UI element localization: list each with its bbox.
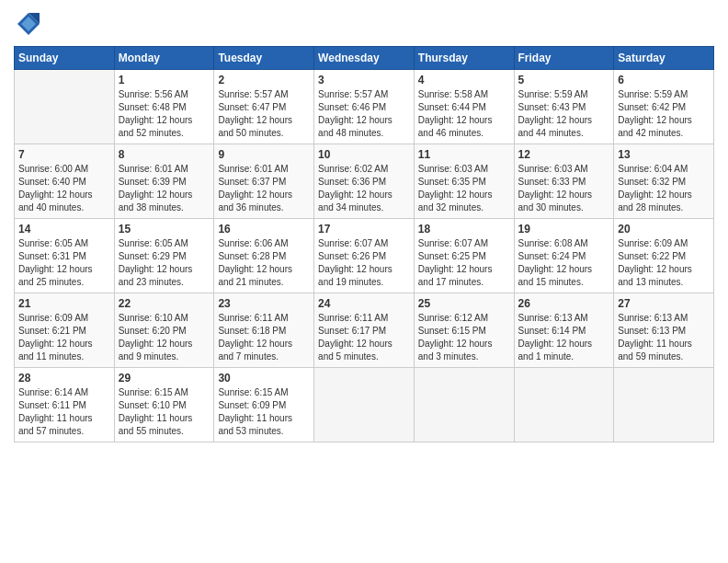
day-number: 15 <box>119 223 210 236</box>
calendar-day-13: 13Sunrise: 6:04 AMSunset: 6:32 PMDayligh… <box>614 144 714 219</box>
calendar-day-26: 26Sunrise: 6:13 AMSunset: 6:14 PMDayligh… <box>514 293 614 368</box>
calendar-day-empty <box>514 368 614 442</box>
calendar-day-28: 28Sunrise: 6:14 AMSunset: 6:11 PMDayligh… <box>15 368 115 442</box>
calendar-day-15: 15Sunrise: 6:05 AMSunset: 6:29 PMDayligh… <box>114 219 214 293</box>
day-info: Sunrise: 6:11 AMSunset: 6:17 PMDaylight:… <box>318 312 410 363</box>
day-number: 29 <box>119 372 210 385</box>
logo <box>14 9 47 39</box>
day-info: Sunrise: 5:56 AMSunset: 6:48 PMDaylight:… <box>119 88 210 140</box>
weekday-header-thursday: Thursday <box>414 47 514 70</box>
header <box>14 9 714 39</box>
day-info: Sunrise: 6:01 AMSunset: 6:37 PMDaylight:… <box>218 163 310 214</box>
day-info: Sunrise: 6:06 AMSunset: 6:28 PMDaylight:… <box>218 237 310 289</box>
day-info: Sunrise: 5:58 AMSunset: 6:44 PMDaylight:… <box>418 88 510 140</box>
day-info: Sunrise: 6:13 AMSunset: 6:13 PMDaylight:… <box>618 312 710 363</box>
day-number: 22 <box>119 297 210 310</box>
day-number: 16 <box>218 223 310 236</box>
day-info: Sunrise: 6:12 AMSunset: 6:15 PMDaylight:… <box>418 312 510 363</box>
day-number: 27 <box>618 297 710 310</box>
day-info: Sunrise: 6:08 AMSunset: 6:24 PMDaylight:… <box>518 237 610 289</box>
calendar-table: SundayMondayTuesdayWednesdayThursdayFrid… <box>14 46 714 442</box>
calendar-day-24: 24Sunrise: 6:11 AMSunset: 6:17 PMDayligh… <box>314 293 415 368</box>
day-info: Sunrise: 5:59 AMSunset: 6:43 PMDaylight:… <box>518 88 610 140</box>
day-info: Sunrise: 6:03 AMSunset: 6:33 PMDaylight:… <box>518 163 610 214</box>
calendar-day-21: 21Sunrise: 6:09 AMSunset: 6:21 PMDayligh… <box>15 293 115 368</box>
calendar-day-4: 4Sunrise: 5:58 AMSunset: 6:44 PMDaylight… <box>414 70 514 144</box>
day-number: 26 <box>518 297 610 310</box>
calendar-day-20: 20Sunrise: 6:09 AMSunset: 6:22 PMDayligh… <box>614 219 714 293</box>
weekday-header-saturday: Saturday <box>614 47 714 70</box>
day-info: Sunrise: 6:07 AMSunset: 6:25 PMDaylight:… <box>418 237 510 289</box>
calendar-week-row: 14Sunrise: 6:05 AMSunset: 6:31 PMDayligh… <box>15 219 714 293</box>
day-info: Sunrise: 6:04 AMSunset: 6:32 PMDaylight:… <box>618 163 710 214</box>
calendar-day-18: 18Sunrise: 6:07 AMSunset: 6:25 PMDayligh… <box>414 219 514 293</box>
calendar-day-empty <box>414 368 514 442</box>
day-number: 19 <box>518 223 610 236</box>
day-number: 6 <box>618 74 710 86</box>
day-number: 25 <box>418 297 510 310</box>
calendar-day-10: 10Sunrise: 6:02 AMSunset: 6:36 PMDayligh… <box>314 144 415 219</box>
day-number: 21 <box>18 297 110 310</box>
calendar-week-row: 28Sunrise: 6:14 AMSunset: 6:11 PMDayligh… <box>15 368 714 442</box>
day-number: 23 <box>218 297 310 310</box>
day-info: Sunrise: 6:11 AMSunset: 6:18 PMDaylight:… <box>218 312 310 363</box>
calendar-day-6: 6Sunrise: 5:59 AMSunset: 6:42 PMDaylight… <box>614 70 714 144</box>
day-info: Sunrise: 6:00 AMSunset: 6:40 PMDaylight:… <box>18 163 110 214</box>
day-number: 12 <box>518 148 610 161</box>
calendar-day-27: 27Sunrise: 6:13 AMSunset: 6:13 PMDayligh… <box>614 293 714 368</box>
calendar-day-12: 12Sunrise: 6:03 AMSunset: 6:33 PMDayligh… <box>514 144 614 219</box>
calendar-day-1: 1Sunrise: 5:56 AMSunset: 6:48 PMDaylight… <box>114 70 214 144</box>
day-number: 4 <box>418 74 510 86</box>
day-info: Sunrise: 6:10 AMSunset: 6:20 PMDaylight:… <box>119 312 210 363</box>
day-info: Sunrise: 6:09 AMSunset: 6:22 PMDaylight:… <box>618 237 710 289</box>
calendar-day-empty <box>614 368 714 442</box>
logo-icon <box>14 9 43 39</box>
day-number: 8 <box>119 148 210 161</box>
day-number: 11 <box>418 148 510 161</box>
calendar-week-row: 21Sunrise: 6:09 AMSunset: 6:21 PMDayligh… <box>15 293 714 368</box>
day-info: Sunrise: 6:07 AMSunset: 6:26 PMDaylight:… <box>318 237 410 289</box>
calendar-day-25: 25Sunrise: 6:12 AMSunset: 6:15 PMDayligh… <box>414 293 514 368</box>
day-number: 9 <box>218 148 310 161</box>
calendar-day-14: 14Sunrise: 6:05 AMSunset: 6:31 PMDayligh… <box>15 219 115 293</box>
weekday-header-friday: Friday <box>514 47 614 70</box>
day-info: Sunrise: 6:15 AMSunset: 6:10 PMDaylight:… <box>119 386 210 438</box>
day-number: 30 <box>218 372 310 385</box>
calendar-day-29: 29Sunrise: 6:15 AMSunset: 6:10 PMDayligh… <box>114 368 214 442</box>
day-info: Sunrise: 6:03 AMSunset: 6:35 PMDaylight:… <box>418 163 510 214</box>
day-number: 2 <box>218 74 310 86</box>
calendar-day-7: 7Sunrise: 6:00 AMSunset: 6:40 PMDaylight… <box>15 144 115 219</box>
calendar-day-8: 8Sunrise: 6:01 AMSunset: 6:39 PMDaylight… <box>114 144 214 219</box>
day-number: 20 <box>618 223 710 236</box>
day-info: Sunrise: 6:02 AMSunset: 6:36 PMDaylight:… <box>318 163 410 214</box>
day-number: 24 <box>318 297 410 310</box>
calendar-week-row: 7Sunrise: 6:00 AMSunset: 6:40 PMDaylight… <box>15 144 714 219</box>
calendar-day-11: 11Sunrise: 6:03 AMSunset: 6:35 PMDayligh… <box>414 144 514 219</box>
calendar-week-row: 1Sunrise: 5:56 AMSunset: 6:48 PMDaylight… <box>15 70 714 144</box>
day-number: 14 <box>18 223 110 236</box>
day-number: 17 <box>318 223 410 236</box>
weekday-header-sunday: Sunday <box>15 47 115 70</box>
day-number: 18 <box>418 223 510 236</box>
day-number: 5 <box>518 74 610 86</box>
calendar-day-16: 16Sunrise: 6:06 AMSunset: 6:28 PMDayligh… <box>214 219 314 293</box>
page: SundayMondayTuesdayWednesdayThursdayFrid… <box>0 0 728 563</box>
calendar-day-22: 22Sunrise: 6:10 AMSunset: 6:20 PMDayligh… <box>114 293 214 368</box>
day-info: Sunrise: 5:59 AMSunset: 6:42 PMDaylight:… <box>618 88 710 140</box>
weekday-header-row: SundayMondayTuesdayWednesdayThursdayFrid… <box>15 47 714 70</box>
day-number: 3 <box>318 74 410 86</box>
calendar-day-empty <box>314 368 415 442</box>
day-info: Sunrise: 6:13 AMSunset: 6:14 PMDaylight:… <box>518 312 610 363</box>
calendar-day-2: 2Sunrise: 5:57 AMSunset: 6:47 PMDaylight… <box>214 70 314 144</box>
day-number: 1 <box>119 74 210 86</box>
calendar-day-5: 5Sunrise: 5:59 AMSunset: 6:43 PMDaylight… <box>514 70 614 144</box>
day-info: Sunrise: 5:57 AMSunset: 6:47 PMDaylight:… <box>218 88 310 140</box>
day-number: 28 <box>18 372 110 385</box>
day-info: Sunrise: 6:05 AMSunset: 6:29 PMDaylight:… <box>119 237 210 289</box>
day-info: Sunrise: 6:14 AMSunset: 6:11 PMDaylight:… <box>18 386 110 438</box>
calendar-day-3: 3Sunrise: 5:57 AMSunset: 6:46 PMDaylight… <box>314 70 415 144</box>
day-info: Sunrise: 6:15 AMSunset: 6:09 PMDaylight:… <box>218 386 310 438</box>
calendar-day-9: 9Sunrise: 6:01 AMSunset: 6:37 PMDaylight… <box>214 144 314 219</box>
day-number: 13 <box>618 148 710 161</box>
calendar-day-19: 19Sunrise: 6:08 AMSunset: 6:24 PMDayligh… <box>514 219 614 293</box>
